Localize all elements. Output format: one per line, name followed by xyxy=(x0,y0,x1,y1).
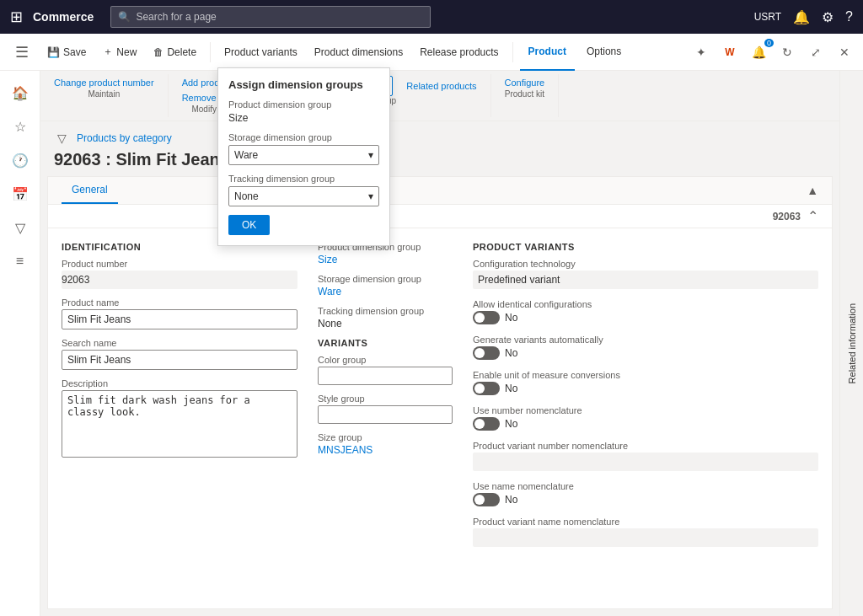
separator xyxy=(210,42,211,62)
configure-btn[interactable]: Configure xyxy=(501,76,549,89)
style-group-label: Style group xyxy=(318,394,453,404)
separator-2 xyxy=(512,42,513,62)
page-title: 92063 : Slim Fit Jean xyxy=(40,148,839,176)
product-name-label: Product name xyxy=(62,297,297,308)
breadcrumb[interactable]: Products by category xyxy=(77,132,172,144)
ok-button[interactable]: OK xyxy=(228,215,270,235)
product-variants-title: PRODUCT VARIANTS xyxy=(473,242,818,252)
allow-identical-toggle-row: No xyxy=(473,311,818,324)
tab-expand-icon[interactable]: ▲ xyxy=(807,184,818,197)
variants-title: VARIANTS xyxy=(318,338,453,348)
gear-icon[interactable]: ⚙ xyxy=(822,9,834,25)
left-sidebar: 🏠 ☆ 🕐 📅 ▽ ≡ xyxy=(0,71,40,616)
use-name-toggle[interactable] xyxy=(473,493,500,506)
plus-icon: ＋ xyxy=(103,45,113,59)
storage-dim-value[interactable]: Ware xyxy=(318,286,453,297)
sidebar-filter-icon[interactable]: ▽ xyxy=(5,212,35,243)
chevron-down-icon-2: ▾ xyxy=(368,190,373,202)
bell-icon[interactable]: 🔔 xyxy=(793,9,810,25)
use-name-no: No xyxy=(505,494,517,506)
use-number-toggle[interactable] xyxy=(473,417,500,431)
sidebar-home-icon[interactable]: 🏠 xyxy=(5,78,35,108)
pv-name-nomenclature-value[interactable] xyxy=(473,528,818,547)
new-button[interactable]: ＋ New xyxy=(96,41,143,62)
right-panel-label: Related information xyxy=(847,297,857,390)
personalize-icon[interactable]: ✦ xyxy=(689,40,713,64)
enable-unit-toggle-row: No xyxy=(473,382,818,395)
change-product-number-btn[interactable]: Change product number xyxy=(51,76,158,89)
search-placeholder: Search for a page xyxy=(136,11,216,23)
top-nav: ⊞ Commerce 🔍 Search for a page USRT 🔔 ⚙ … xyxy=(0,0,863,34)
color-group-value[interactable] xyxy=(318,367,453,385)
release-products-button[interactable]: Release products xyxy=(413,43,505,62)
generate-auto-no: No xyxy=(505,347,517,359)
product-number-value[interactable]: 92063 xyxy=(62,271,297,289)
dialog-storage-dim-label: Storage dimension group xyxy=(228,132,379,142)
product-dim-value[interactable]: Size xyxy=(318,254,453,265)
dialog-storage-dim-select[interactable]: Ware ▾ xyxy=(228,145,379,165)
search-name-label: Search name xyxy=(62,338,297,348)
color-group-label: Color group xyxy=(318,355,453,365)
filter-icon[interactable]: ▽ xyxy=(54,128,70,148)
right-panel[interactable]: Related information xyxy=(839,71,863,616)
dialog-tracking-dim-select[interactable]: None ▾ xyxy=(228,186,379,206)
dialog-product-dim-value: Size xyxy=(228,112,379,124)
search-icon: 🔍 xyxy=(118,11,131,23)
description-textarea[interactable] xyxy=(62,390,297,458)
form-content: IDENTIFICATION Product number 92063 Prod… xyxy=(48,228,832,608)
form-identification: IDENTIFICATION Product number 92063 Prod… xyxy=(62,242,297,595)
use-number-toggle-row: No xyxy=(473,417,818,431)
tab-options[interactable]: Options xyxy=(578,34,630,71)
style-group-value[interactable] xyxy=(318,405,453,424)
toolbar: ☰ 💾 Save ＋ New 🗑 Delete Product variants… xyxy=(0,34,863,71)
delete-button[interactable]: 🗑 Delete xyxy=(147,43,203,62)
menu-icon[interactable]: ☰ xyxy=(7,37,37,67)
tab-product[interactable]: Product xyxy=(520,34,575,71)
dialog-product-dim-label: Product dimension group xyxy=(228,99,379,110)
product-variants-button[interactable]: Product variants xyxy=(217,43,304,62)
pv-number-nomenclature-value[interactable] xyxy=(473,453,818,471)
user-label: USRT xyxy=(754,11,781,23)
notification-badge-icon[interactable]: 🔔0 xyxy=(747,40,770,64)
ribbon-area: Change product number Maintain Add produ… xyxy=(40,71,839,121)
sidebar-recent-icon[interactable]: 🕐 xyxy=(5,145,35,175)
allow-identical-no: No xyxy=(505,312,517,324)
search-box[interactable]: 🔍 Search for a page xyxy=(110,6,431,28)
use-number-no: No xyxy=(505,418,517,430)
search-name-input[interactable] xyxy=(62,350,297,370)
use-name-label: Use name nomenclature xyxy=(473,481,818,491)
product-kit-label: Product kit xyxy=(501,89,549,99)
tab-header: General ▲ xyxy=(48,177,832,205)
product-name-input[interactable] xyxy=(62,309,297,329)
close-icon[interactable]: ✕ xyxy=(833,40,856,64)
tab-general[interactable]: General xyxy=(62,177,118,204)
dialog-tracking-dim-label: Tracking dimension group xyxy=(228,174,379,184)
tracking-dim-value: None xyxy=(318,318,453,329)
sidebar-star-icon[interactable]: ☆ xyxy=(5,111,35,142)
size-group-value[interactable]: MNSJEANS xyxy=(318,444,453,456)
enable-unit-label: Enable unit of measure conversions xyxy=(473,370,818,380)
refresh-icon[interactable]: ↻ xyxy=(775,40,799,64)
save-button[interactable]: 💾 Save xyxy=(40,43,93,62)
sidebar-list-icon[interactable]: ≡ xyxy=(5,246,35,276)
related-products-btn[interactable]: Related products xyxy=(403,79,480,93)
enable-unit-toggle[interactable] xyxy=(473,382,500,395)
generate-auto-toggle[interactable] xyxy=(473,346,500,360)
generate-auto-toggle-row: No xyxy=(473,346,818,360)
sidebar-calendar-icon[interactable]: 📅 xyxy=(5,179,35,209)
open-new-icon[interactable]: ⤢ xyxy=(804,40,828,64)
storage-dim-label: Storage dimension group xyxy=(318,274,453,284)
app-grid-icon[interactable]: ⊞ xyxy=(10,8,23,26)
generate-auto-label: Generate variants automatically xyxy=(473,335,818,345)
collapse-icon[interactable]: ⌃ xyxy=(807,208,818,224)
product-dimensions-button[interactable]: Product dimensions xyxy=(308,43,410,62)
help-icon[interactable]: ? xyxy=(845,9,853,24)
tracking-dim-label: Tracking dimension group xyxy=(318,306,453,316)
allow-identical-label: Allow identical configurations xyxy=(473,299,818,309)
breadcrumb-area: ▽ Products by category xyxy=(40,121,839,148)
ribbon-maintain-group: Change product number Maintain xyxy=(40,74,169,117)
config-tech-value[interactable]: Predefined variant xyxy=(473,271,818,289)
office-icon[interactable]: W xyxy=(718,40,742,64)
toolbar-right: ✦ W 🔔0 ↻ ⤢ ✕ xyxy=(689,40,856,64)
allow-identical-toggle[interactable] xyxy=(473,311,500,324)
